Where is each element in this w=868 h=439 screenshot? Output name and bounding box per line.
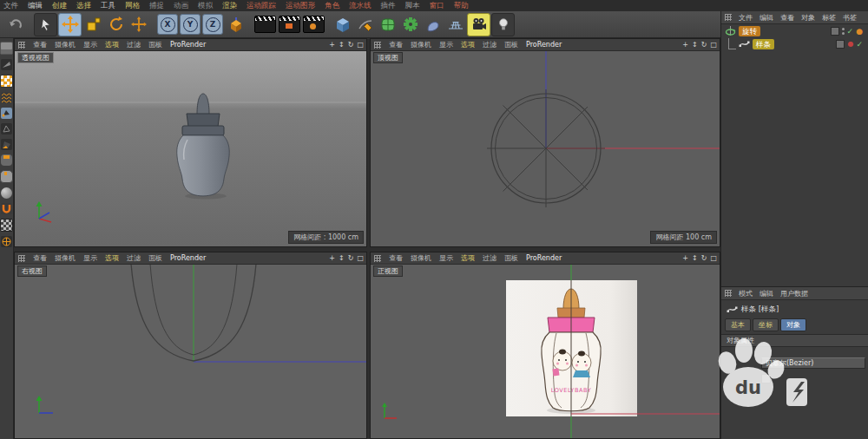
pan-icon[interactable]: +	[682, 254, 688, 262]
menu-plugins[interactable]: 插件	[381, 1, 396, 11]
coordinate-system-icon[interactable]	[225, 14, 247, 36]
rotate-icon[interactable]: ↻	[701, 41, 707, 49]
magnet-snap-icon[interactable]	[1, 203, 12, 214]
viewport-menu-grid-icon[interactable]	[374, 42, 381, 49]
lock-x-icon[interactable]: X	[157, 14, 178, 35]
corner-mode-icon[interactable]	[1, 154, 12, 166]
object-row-lathe[interactable]: 旋转 ✓ ●	[721, 24, 868, 37]
move-tool-icon[interactable]	[58, 13, 82, 36]
live-selection-icon[interactable]	[34, 13, 57, 36]
maximize-icon[interactable]: □	[357, 41, 364, 49]
camera-icon[interactable]	[467, 13, 490, 36]
om-menu-objects[interactable]: 对象	[801, 13, 815, 23]
texture-mode-icon[interactable]	[0, 75, 13, 88]
rotate-icon[interactable]: ↻	[701, 254, 707, 262]
vp-menu-prorender[interactable]: ProRender	[526, 41, 562, 49]
object-name-lathe[interactable]: 旋转	[739, 26, 760, 36]
sphere-mode-icon[interactable]	[1, 187, 12, 199]
model-mode-icon[interactable]	[1, 59, 12, 70]
object-properties-header[interactable]: 对象属性	[721, 334, 868, 347]
vp-menu-panel[interactable]: 面板	[148, 40, 162, 49]
viewport-front-canvas[interactable]: 正视图	[371, 264, 720, 438]
lock-y-icon[interactable]: Y	[180, 14, 201, 35]
vp-menu-options[interactable]: 选项	[461, 253, 475, 263]
mouse-input-icon[interactable]	[0, 170, 13, 183]
menu-mograph[interactable]: 运动图形	[286, 1, 315, 11]
pan-icon[interactable]: +	[682, 41, 688, 49]
spline-type-dropdown[interactable]: 贝塞尔(Bezier)	[761, 357, 865, 369]
edges-mode-icon[interactable]	[1, 123, 12, 134]
om-menu-view[interactable]: 查看	[780, 13, 794, 23]
menu-help[interactable]: 帮助	[454, 1, 469, 11]
render-queue-icon[interactable]	[303, 16, 325, 33]
close-spline-checkbox[interactable]	[761, 374, 771, 383]
viewport-perspective[interactable]: 查看 摄像机 显示 选项 过滤 面板 ProRender + ↕ ↻ □ 透视视…	[14, 38, 367, 247]
vp-menu-camera[interactable]: 摄像机	[411, 40, 431, 49]
viewport-menu-grid-icon[interactable]	[18, 255, 25, 262]
phong-tag-icon[interactable]: ●	[856, 27, 863, 36]
vp-menu-display[interactable]: 显示	[83, 253, 97, 263]
subdivision-surface-icon[interactable]	[377, 14, 398, 36]
points-mode-icon[interactable]	[1, 108, 12, 119]
tab-coordinates[interactable]: 坐标	[753, 318, 779, 331]
menu-window[interactable]: 窗口	[430, 1, 444, 11]
menu-tools[interactable]: 工具	[101, 1, 115, 11]
primitive-cube-icon[interactable]	[332, 14, 353, 36]
workplane-icon[interactable]	[1, 92, 12, 103]
vp-menu-view[interactable]: 查看	[33, 253, 47, 263]
viewport-front[interactable]: 查看 摄像机 显示 选项 过滤 面板 ProRender + ↕ ↻ □ 正视图	[370, 252, 720, 439]
texture-p-icon[interactable]	[0, 219, 13, 232]
array-grid-icon[interactable]	[444, 14, 466, 36]
modeling-generator-icon[interactable]	[399, 14, 421, 36]
undo-icon[interactable]	[4, 14, 26, 36]
vp-menu-panel[interactable]: 面板	[504, 253, 518, 263]
vp-menu-prorender[interactable]: ProRender	[170, 41, 206, 49]
enabled-check-icon[interactable]: ✓	[856, 40, 863, 49]
object-name-spline[interactable]: 样条	[753, 39, 774, 49]
om-menu-edit[interactable]: 编辑	[760, 13, 773, 23]
am-menu-edit[interactable]: 编辑	[760, 289, 773, 298]
vp-menu-panel[interactable]: 面板	[504, 40, 518, 49]
viewport-menu-grid-icon[interactable]	[18, 42, 25, 49]
menu-animate[interactable]: 动画	[174, 1, 188, 11]
panel-grid-icon[interactable]	[725, 14, 732, 21]
menu-render[interactable]: 渲染	[222, 1, 237, 11]
vp-menu-camera[interactable]: 摄像机	[55, 40, 76, 49]
vp-menu-filter[interactable]: 过滤	[483, 40, 496, 49]
maximize-icon[interactable]: □	[357, 254, 364, 262]
make-editable-icon[interactable]	[0, 42, 13, 55]
maximize-icon[interactable]: □	[710, 254, 717, 262]
am-menu-mode[interactable]: 模式	[739, 289, 753, 298]
vp-menu-view[interactable]: 查看	[389, 40, 403, 49]
viewport-menu-grid-icon[interactable]	[374, 255, 381, 262]
viewport-right-canvas[interactable]: 右视图	[15, 264, 366, 438]
lock-z-icon[interactable]: Z	[202, 14, 223, 35]
polygons-mode-icon[interactable]	[1, 139, 12, 150]
viewport-perspective-canvas[interactable]: 透视视图 网格间距 : 1	[15, 50, 366, 246]
vp-menu-camera[interactable]: 摄像机	[55, 253, 76, 263]
spline-pen-icon[interactable]	[354, 14, 376, 36]
rotate-icon[interactable]: ↻	[348, 254, 354, 262]
zoom-icon[interactable]: ↕	[339, 254, 345, 262]
vp-menu-filter[interactable]: 过滤	[483, 253, 496, 263]
tab-basic[interactable]: 基本	[725, 318, 751, 331]
menu-character[interactable]: 角色	[325, 1, 339, 11]
vp-menu-options[interactable]: 选项	[105, 253, 119, 263]
menu-select[interactable]: 选择	[76, 1, 91, 11]
menu-motion-tracker[interactable]: 运动跟踪	[247, 1, 276, 11]
vp-menu-filter[interactable]: 过滤	[127, 40, 141, 49]
light-icon[interactable]	[491, 13, 515, 36]
viewport-top[interactable]: 查看 摄像机 显示 选项 过滤 面板 ProRender + ↕ ↻ □ 顶视图	[370, 38, 720, 247]
viewport-top-canvas[interactable]: 顶视图 网格间距 100 cm	[371, 50, 720, 246]
visibility-dots[interactable]	[842, 28, 845, 35]
object-row-spline[interactable]: 样条 ● ✓	[721, 37, 868, 50]
spline-primitive-icon[interactable]	[422, 14, 444, 36]
menu-pipeline[interactable]: 流水线	[349, 1, 372, 11]
vp-menu-display[interactable]: 显示	[439, 40, 453, 49]
am-menu-userdata[interactable]: 用户数据	[780, 289, 808, 298]
rotate-tool-icon[interactable]	[105, 14, 127, 36]
zoom-icon[interactable]: ↕	[339, 41, 345, 49]
vp-menu-camera[interactable]: 摄像机	[411, 253, 431, 263]
maximize-icon[interactable]: □	[710, 41, 717, 49]
tab-object[interactable]: 对象	[780, 318, 806, 331]
